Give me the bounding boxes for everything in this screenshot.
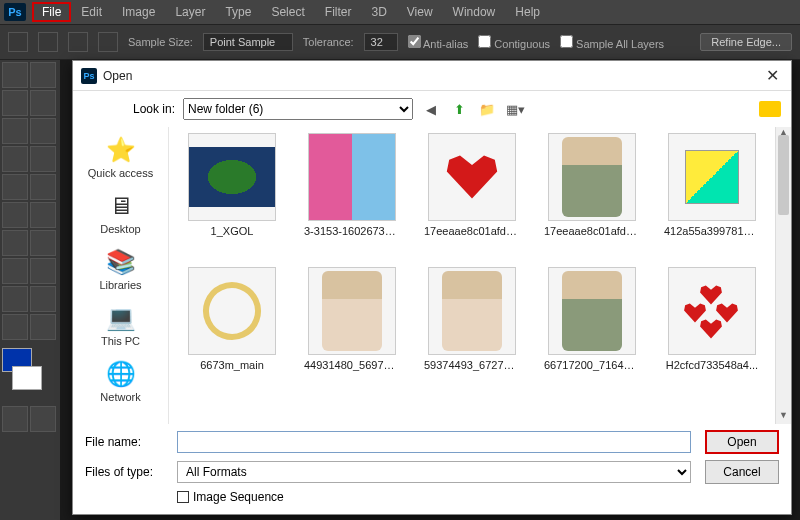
pc-icon: 💻 — [103, 303, 139, 333]
menu-3d[interactable]: 3D — [361, 2, 396, 22]
new-folder-icon[interactable]: 📁 — [477, 99, 497, 119]
tool-button[interactable] — [2, 146, 28, 172]
lookin-row: Look in: New folder (6) ◀ ⬆ 📁 ▦▾ — [73, 91, 791, 127]
filename-input[interactable] — [177, 431, 691, 453]
tool-button[interactable] — [30, 174, 56, 200]
tool-button[interactable] — [2, 62, 28, 88]
tool-button[interactable] — [30, 118, 56, 144]
menu-edit[interactable]: Edit — [71, 2, 112, 22]
file-thumbnail — [188, 267, 276, 355]
file-grid: 1_XGOL3-3153-160267398817eeaae8c01afd2..… — [169, 127, 775, 424]
file-item[interactable]: 17eeaae8c01afd2... — [415, 133, 529, 263]
app-menubar: Ps FileEditImageLayerTypeSelectFilter3DV… — [0, 0, 800, 24]
file-item[interactable]: H2cfcd733548a4... — [655, 267, 769, 397]
menu-filter[interactable]: Filter — [315, 2, 362, 22]
place-label: Libraries — [99, 279, 141, 291]
file-thumbnail — [188, 133, 276, 221]
tool-button[interactable] — [30, 90, 56, 116]
refine-edge-button[interactable]: Refine Edge... — [700, 33, 792, 51]
file-thumbnail — [428, 133, 516, 221]
place-quick-access[interactable]: ⭐Quick access — [73, 131, 168, 183]
file-name: 1_XGOL — [211, 225, 254, 237]
open-button[interactable]: Open — [705, 430, 779, 454]
tool-button[interactable] — [2, 230, 28, 256]
sample-all-checkbox[interactable]: Sample All Layers — [560, 35, 664, 50]
file-item[interactable]: 59374493_672706... — [415, 267, 529, 397]
file-item[interactable]: 17eeaae8c01afd2... — [535, 133, 649, 263]
file-name: 59374493_672706... — [424, 359, 520, 371]
menu-view[interactable]: View — [397, 2, 443, 22]
tool-button[interactable] — [2, 174, 28, 200]
camera-icon[interactable] — [759, 101, 781, 117]
tool-button[interactable] — [2, 258, 28, 284]
menu-image[interactable]: Image — [112, 2, 165, 22]
file-thumbnail — [308, 133, 396, 221]
scroll-handle[interactable] — [778, 135, 789, 215]
menu-select[interactable]: Select — [261, 2, 314, 22]
place-label: Network — [100, 391, 140, 403]
sample-size-select[interactable]: Point Sample — [203, 33, 293, 51]
menu-help[interactable]: Help — [505, 2, 550, 22]
tolerance-label: Tolerance: — [303, 36, 354, 48]
file-thumbnail — [668, 133, 756, 221]
dialog-titlebar: Ps Open ✕ — [73, 61, 791, 91]
file-name: 17eeaae8c01afd2... — [424, 225, 520, 237]
tool-button[interactable] — [2, 118, 28, 144]
filetype-select[interactable]: All Formats — [177, 461, 691, 483]
file-item[interactable]: 6673m_main — [175, 267, 289, 397]
file-name: 412a55a3997811f... — [664, 225, 760, 237]
file-thumbnail — [668, 267, 756, 355]
tool-button[interactable] — [30, 230, 56, 256]
tool-icon — [38, 32, 58, 52]
file-item[interactable]: 412a55a3997811f... — [655, 133, 769, 263]
tool-button[interactable] — [30, 258, 56, 284]
tool-button[interactable] — [2, 90, 28, 116]
file-item[interactable]: 44931480_569706... — [295, 267, 409, 397]
up-icon[interactable]: ⬆ — [449, 99, 469, 119]
lookin-label: Look in: — [83, 102, 175, 116]
file-name: 3-3153-1602673988 — [304, 225, 400, 237]
file-name: 66717200_716436... — [544, 359, 640, 371]
tool-button[interactable] — [30, 286, 56, 312]
open-dialog: Ps Open ✕ Look in: New folder (6) ◀ ⬆ 📁 … — [72, 60, 792, 515]
scroll-down-arrow[interactable]: ▼ — [776, 410, 791, 424]
tool-button[interactable] — [30, 202, 56, 228]
image-sequence-checkbox[interactable] — [177, 491, 189, 503]
cancel-button[interactable]: Cancel — [705, 460, 779, 484]
file-name: H2cfcd733548a4... — [666, 359, 758, 371]
place-desktop[interactable]: 🖥Desktop — [73, 187, 168, 239]
contiguous-checkbox[interactable]: Contiguous — [478, 35, 550, 50]
tool-button[interactable] — [30, 62, 56, 88]
place-libraries[interactable]: 📚Libraries — [73, 243, 168, 295]
scrollbar[interactable]: ▲ ▼ — [775, 127, 791, 424]
tool-button[interactable] — [2, 286, 28, 312]
tool-button[interactable] — [30, 406, 56, 432]
file-item[interactable]: 3-3153-1602673988 — [295, 133, 409, 263]
lookin-select[interactable]: New folder (6) — [183, 98, 413, 120]
tool-button[interactable] — [30, 314, 56, 340]
tool-button[interactable] — [2, 314, 28, 340]
place-network[interactable]: 🌐Network — [73, 355, 168, 407]
places-sidebar: ⭐Quick access🖥Desktop📚Libraries💻This PC🌐… — [73, 127, 169, 424]
back-icon[interactable]: ◀ — [421, 99, 441, 119]
tool-button[interactable] — [30, 146, 56, 172]
close-icon[interactable]: ✕ — [762, 66, 783, 85]
tools-panel — [0, 60, 60, 520]
menu-type[interactable]: Type — [215, 2, 261, 22]
file-item[interactable]: 66717200_716436... — [535, 267, 649, 397]
place-label: Desktop — [100, 223, 140, 235]
antialias-checkbox[interactable]: Anti-alias — [408, 35, 469, 50]
tool-button[interactable] — [2, 406, 28, 432]
tolerance-input[interactable]: 32 — [364, 33, 398, 51]
options-bar: Sample Size: Point Sample Tolerance: 32 … — [0, 24, 800, 60]
menu-window[interactable]: Window — [443, 2, 506, 22]
place-this-pc[interactable]: 💻This PC — [73, 299, 168, 351]
place-label: Quick access — [88, 167, 153, 179]
menu-layer[interactable]: Layer — [165, 2, 215, 22]
menu-file[interactable]: File — [32, 2, 71, 22]
background-color[interactable] — [12, 366, 42, 390]
file-item[interactable]: 1_XGOL — [175, 133, 289, 263]
ps-icon: Ps — [81, 68, 97, 84]
view-menu-icon[interactable]: ▦▾ — [505, 99, 525, 119]
tool-button[interactable] — [2, 202, 28, 228]
